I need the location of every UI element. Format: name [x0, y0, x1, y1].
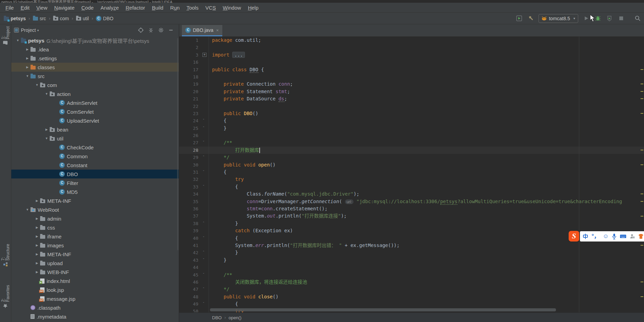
tree-row-lookjsp[interactable]: look.jsp	[11, 285, 179, 294]
fold-close-icon[interactable]: ˆ	[202, 251, 205, 255]
warning-stripe-mark[interactable]	[641, 84, 643, 84]
tree-row-filter[interactable]: Filter	[11, 178, 179, 187]
code-line-16[interactable]: 16	[179, 59, 644, 66]
chevron-collapsed-icon[interactable]: ▶	[24, 48, 30, 51]
tree-row-metainf[interactable]: ▶META-INF	[11, 196, 179, 205]
chevron-expanded-icon[interactable]: ▼	[44, 137, 50, 140]
tree-row-css[interactable]: ▶css	[11, 223, 179, 232]
code-line-31[interactable]: 31ˇ {	[179, 169, 644, 176]
tool-stripe-project[interactable]: 1: Project	[1, 24, 10, 47]
chevron-collapsed-icon[interactable]: ▶	[34, 270, 40, 274]
fold-open-icon[interactable]: ˇ	[202, 273, 205, 277]
chevron-collapsed-icon[interactable]: ▶	[34, 252, 40, 256]
chevron-expanded-icon[interactable]: ▼	[24, 208, 30, 211]
tool-stripe-favorites[interactable]: 2: Favorites	[1, 283, 10, 310]
editor-breadcrumb-open[interactable]: open()	[228, 315, 242, 320]
chevron-expanded-icon[interactable]: ▼	[34, 83, 40, 87]
tree-row-mymetadata[interactable]: .mymetadata	[11, 312, 179, 321]
code-line-3[interactable]: 3+import ...	[179, 51, 644, 59]
tool-stripe-structure[interactable]: 7: Structure	[1, 242, 10, 269]
warning-stripe-mark[interactable]	[641, 201, 643, 202]
code-line-2[interactable]: 2	[179, 44, 644, 51]
tree-row-bean[interactable]: ▶bean	[11, 125, 179, 134]
fold-close-icon[interactable]: ˆ	[202, 222, 205, 225]
fold-close-icon[interactable]: ˆ	[202, 156, 205, 159]
code-line-18[interactable]: 18	[179, 73, 644, 80]
code-line-27[interactable]: 27ˇ /**	[179, 139, 644, 146]
chevron-collapsed-icon[interactable]: ▶	[44, 128, 50, 131]
chevron-collapsed-icon[interactable]: ▶	[34, 199, 40, 202]
warning-stripe-mark[interactable]	[641, 164, 643, 165]
menu-item-window[interactable]: Window	[219, 5, 244, 11]
tree-row-metainf[interactable]: ▶META-INF	[11, 250, 179, 259]
chevron-collapsed-icon[interactable]: ▶	[24, 65, 30, 69]
breadcrumb-item-dbo[interactable]: DBO	[95, 15, 114, 22]
code-line-37[interactable]: 37 System.out.println("打开数据库连接");	[179, 212, 644, 220]
menu-item-analyze[interactable]: Analyze	[97, 5, 122, 11]
code-line-38[interactable]: 38ˆ }	[179, 220, 644, 227]
panel-title[interactable]: Project	[21, 27, 36, 33]
chevron-collapsed-icon[interactable]: ▶	[34, 217, 40, 220]
punctuation-icon[interactable]: °，	[592, 231, 600, 242]
panel-scrollbar[interactable]	[177, 38, 178, 250]
code-line-46[interactable]: 46 关闭数据库，将连接返还给连接池	[179, 278, 644, 286]
hide-icon[interactable]	[169, 28, 173, 33]
warning-stripe-mark[interactable]	[641, 194, 643, 194]
run-configuration-select[interactable]: tomcat8.5 ▾	[538, 14, 578, 23]
menu-item-refactor[interactable]: Refactor	[122, 5, 149, 11]
tree-row-idea[interactable]: ▶.idea	[11, 45, 179, 54]
tree-row-dbo[interactable]: DBO	[11, 170, 179, 178]
code-line-49[interactable]: 49ˇ {	[179, 300, 644, 308]
fold-open-icon[interactable]: ˇ	[202, 141, 205, 145]
run-icon[interactable]	[582, 15, 590, 22]
tree-row-com[interactable]: ▼com	[11, 80, 179, 89]
code-line-17[interactable]: 17public class DBO {	[179, 66, 644, 73]
fold-open-icon[interactable]: ˇ	[202, 119, 205, 123]
code-line-44[interactable]: 44	[179, 264, 644, 271]
tree-row-uploadservlet[interactable]: UploadServlet	[11, 116, 179, 125]
fold-open-icon[interactable]: ˇ	[202, 302, 205, 306]
chevron-expanded-icon[interactable]: ▼	[24, 74, 30, 78]
code-line-33[interactable]: 33ˇ {	[179, 183, 644, 190]
editor-breadcrumb-dbo[interactable]: DBO	[212, 315, 222, 320]
fold-close-icon[interactable]: ˆ	[202, 287, 205, 291]
tree-row-constant[interactable]: Constant	[11, 161, 179, 170]
code-line-30[interactable]: 30 public void open()	[179, 161, 644, 169]
warning-stripe-mark[interactable]	[641, 150, 643, 150]
code-line-29[interactable]: 29ˆ */	[179, 154, 644, 161]
breadcrumb-item-util[interactable]: util	[75, 15, 90, 22]
breadcrumb-item-petsys[interactable]: petsys	[3, 15, 27, 22]
tree-row-md5[interactable]: MD5	[11, 187, 179, 196]
menu-item-vcs[interactable]: VCS	[202, 5, 219, 11]
tree-row-webroot[interactable]: ▼WebRoot	[11, 205, 179, 214]
tree-row-petsys[interactable]: ▼petsys G:\shejiing\基于java宠物寄养管理平台\petsy…	[11, 36, 179, 45]
code-line-20[interactable]: 20 private Statement stmt;	[179, 88, 644, 95]
fold-open-icon[interactable]: ˇ	[202, 170, 205, 174]
coverage-icon[interactable]	[606, 15, 613, 22]
code-line-45[interactable]: 45ˇ /**	[179, 271, 644, 278]
run-tool-window-icon[interactable]	[515, 15, 523, 22]
menu-item-file[interactable]: File	[2, 5, 17, 11]
mic-icon[interactable]	[612, 233, 617, 239]
code-line-25[interactable]: 25ˆ }	[179, 125, 644, 132]
breadcrumb-item-src[interactable]: src	[32, 15, 47, 22]
close-icon[interactable]: ×	[216, 28, 219, 33]
search-icon[interactable]	[634, 15, 641, 22]
tree-row-action[interactable]: ▼action	[11, 89, 179, 98]
menu-item-help[interactable]: Help	[245, 5, 262, 11]
tree-row-admin[interactable]: ▶admin	[11, 214, 179, 223]
code-line-24[interactable]: 24ˇ {	[179, 117, 644, 124]
tree-row-src[interactable]: ▼src	[11, 72, 179, 80]
chevron-collapsed-icon[interactable]: ▶	[34, 226, 40, 229]
tree-row-settings[interactable]: ▶.settings	[11, 54, 179, 63]
sogou-logo-icon[interactable]: S	[569, 231, 579, 242]
code-line-48[interactable]: 48 public void close()	[179, 293, 644, 300]
skin-icon[interactable]	[638, 233, 644, 239]
warning-stripe-mark[interactable]	[641, 113, 643, 114]
chinese-mode-icon[interactable]	[582, 233, 589, 239]
collapse-all-icon[interactable]	[148, 28, 153, 33]
menu-item-view[interactable]: View	[33, 5, 51, 11]
code-line-1[interactable]: 1package com.util;	[179, 37, 644, 44]
menu-item-build[interactable]: Build	[148, 5, 166, 11]
chevron-collapsed-icon[interactable]: ▶	[34, 235, 40, 238]
